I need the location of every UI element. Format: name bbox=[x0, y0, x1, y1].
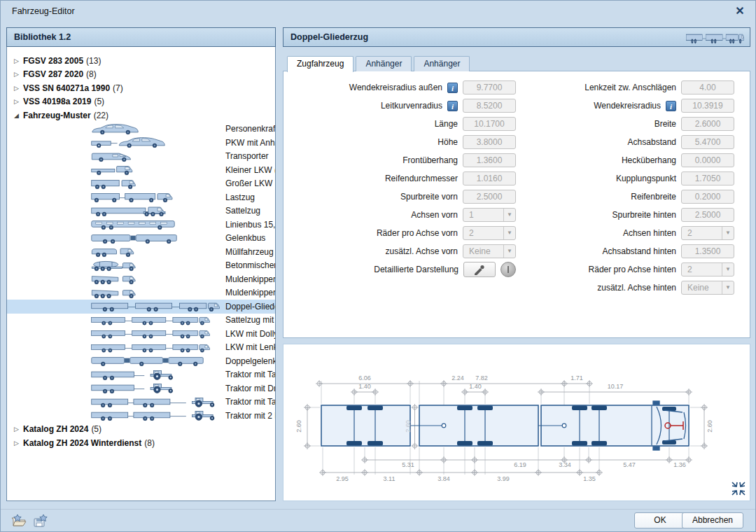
select-input[interactable]: 2 ▼ bbox=[463, 226, 516, 240]
tree-row[interactable]: ▷ FGSV 283 2005 (13) bbox=[7, 54, 275, 68]
tree-row[interactable]: Müllfahrzeug 3-achsig bbox=[7, 245, 275, 259]
tree-expander-icon[interactable]: ▷ bbox=[14, 98, 23, 105]
tree-row[interactable]: LKW mit Lenk-Dolly und Sattelauflieger bbox=[7, 341, 275, 355]
tree-row[interactable]: Muldenkipper 10X4/6 bbox=[7, 286, 275, 300]
vehicle-form: Wendekreisradius außen i 9.7700 Leitkurv… bbox=[283, 71, 750, 338]
tree-row[interactable]: Kleiner LKW (2-achsig) bbox=[7, 163, 275, 177]
dimension-label: 2.60 bbox=[405, 420, 412, 433]
vehicle-icon-cell bbox=[80, 273, 220, 285]
tree-row[interactable]: ▷ VSS 40198a 2019 (5) bbox=[7, 95, 275, 109]
info-icon[interactable]: i bbox=[666, 101, 676, 111]
number-input[interactable]: 1.0160 bbox=[463, 172, 516, 186]
tree-row[interactable]: ▷ VSS SN 640271a 1990 (7) bbox=[7, 81, 275, 95]
vehicle-icon-cell bbox=[80, 314, 220, 326]
form-row: Spurbreite vorn 2.5000 bbox=[288, 188, 516, 206]
chevron-down-icon: ▼ bbox=[722, 281, 734, 294]
dimension-label: 1.36 bbox=[673, 461, 686, 468]
field-label: Detaillierte Darstellung bbox=[374, 265, 458, 274]
vehicle-icon bbox=[90, 164, 138, 176]
tree-expander-icon[interactable]: ▷ bbox=[14, 426, 23, 433]
select-input[interactable]: Keine ▼ bbox=[463, 244, 516, 258]
tree-expander-icon[interactable]: ▷ bbox=[14, 440, 23, 447]
number-input[interactable]: 3.8000 bbox=[463, 135, 516, 149]
number-input[interactable]: 2.6000 bbox=[681, 117, 734, 131]
tab[interactable]: Anhänger bbox=[356, 56, 412, 71]
tree-item-label: Kleiner LKW (2-achsig) bbox=[225, 165, 276, 175]
info-icon[interactable]: i bbox=[447, 101, 458, 111]
tree-row[interactable]: Doppelgelenkbus bbox=[7, 354, 275, 368]
tree-row[interactable]: Traktor mit 2 Drehgelenk-Anhängern bbox=[7, 409, 275, 423]
fit-view-icon[interactable] bbox=[732, 482, 745, 495]
dimension-label: 1.40 bbox=[469, 383, 482, 390]
tree-row[interactable]: Sattelzug mit Anhänger bbox=[7, 314, 275, 328]
tree-expander-icon[interactable]: ▷ bbox=[14, 85, 23, 92]
select-input[interactable]: 2 ▼ bbox=[681, 226, 734, 240]
save-favorites-button[interactable] bbox=[33, 514, 48, 528]
number-input[interactable]: 8.5200 bbox=[463, 99, 516, 113]
tree-item-label: Doppel-Gliederzug bbox=[225, 302, 276, 312]
select-input[interactable]: 1 ▼ bbox=[463, 208, 516, 222]
select-input[interactable]: 2 ▼ bbox=[681, 262, 734, 276]
number-input[interactable]: 0.0000 bbox=[681, 153, 734, 167]
tree-row[interactable]: Traktor mit Tandem- und Drehgelenk-Anhän… bbox=[7, 396, 275, 410]
tree-row[interactable]: Doppel-Gliederzug bbox=[7, 300, 275, 314]
tree-item-label: Lastzug bbox=[225, 192, 255, 202]
number-input[interactable]: 10.1700 bbox=[463, 117, 516, 131]
info-icon[interactable]: i bbox=[447, 83, 458, 93]
number-input[interactable]: 1.3500 bbox=[681, 244, 734, 258]
select-value: 2 bbox=[463, 227, 503, 239]
tree-row[interactable]: Gelenkbus bbox=[7, 232, 275, 246]
number-input[interactable]: 5.4700 bbox=[681, 135, 734, 149]
tree-row[interactable]: ▷ Katalog ZH 2024 (5) bbox=[7, 423, 275, 437]
detail-style-button[interactable] bbox=[500, 262, 516, 277]
editor-tabs: Zugfahrzeug Anhänger Anhänger bbox=[287, 56, 472, 72]
tree-row[interactable]: Linienbus 15,00 m bbox=[7, 218, 275, 232]
tree-row[interactable]: Lastzug bbox=[7, 190, 275, 204]
number-input[interactable]: 9.7700 bbox=[463, 80, 516, 94]
vehicle-icon-cell bbox=[80, 232, 220, 244]
number-input[interactable]: 1.3600 bbox=[463, 153, 516, 167]
tree-item-label: Muldenkipper 8X4/4 bbox=[225, 274, 276, 284]
form-row: Leitkurvenradius i 8.5200 bbox=[288, 97, 516, 115]
tree-row[interactable]: PKW mit Anhänger bbox=[7, 136, 275, 150]
tree-item-label: Großer LKW (3-achsig) bbox=[225, 178, 276, 188]
form-row: Räder pro Achse hinten 2 ▼ bbox=[516, 260, 734, 279]
tree-row[interactable]: ▷ Katalog ZH 2024 Winterdienst (8) bbox=[7, 436, 275, 450]
number-input[interactable]: 2.5000 bbox=[681, 208, 734, 222]
ok-button[interactable]: OK bbox=[634, 512, 686, 528]
number-input[interactable]: 1.7050 bbox=[681, 172, 734, 186]
tree-row[interactable]: Muldenkipper 8X4/4 bbox=[7, 272, 275, 286]
vehicle-icon bbox=[90, 410, 220, 421]
number-input[interactable]: 0.2000 bbox=[681, 190, 734, 204]
number-input[interactable]: 10.3919 bbox=[681, 99, 734, 113]
tree-row[interactable]: LKW mit Dolly und Sattelauflieger bbox=[7, 327, 275, 341]
pipette-button[interactable] bbox=[463, 262, 496, 277]
tree-item-label: PKW mit Anhänger bbox=[225, 138, 276, 148]
vehicle-icon bbox=[90, 205, 169, 217]
tree-expander-icon[interactable]: ◢ bbox=[14, 112, 23, 119]
select-input[interactable]: Keine ▼ bbox=[681, 281, 734, 295]
tree-row[interactable]: Großer LKW (3-achsig) bbox=[7, 177, 275, 191]
number-input[interactable]: 4.00 bbox=[681, 80, 734, 94]
tree-row[interactable]: Personenkraftwagen bbox=[7, 122, 275, 136]
field-label: Achsabstand hinten bbox=[603, 246, 676, 256]
tab[interactable]: Anhänger bbox=[414, 56, 470, 71]
tree-group-count: (5) bbox=[91, 424, 102, 434]
tree-row[interactable]: Transporter bbox=[7, 150, 275, 164]
form-row: zusätzl. Achse vorn Keine ▼ bbox=[288, 242, 516, 260]
tab[interactable]: Zugfahrzeug bbox=[287, 56, 354, 72]
cancel-button[interactable]: Abbrechen bbox=[682, 512, 743, 528]
tree-row[interactable]: Traktor mit Drehgelenk-Anhänger bbox=[7, 382, 275, 396]
number-input[interactable]: 2.5000 bbox=[463, 190, 516, 204]
vehicle-icon bbox=[90, 300, 220, 312]
tree-expander-icon[interactable]: ▷ bbox=[14, 57, 23, 64]
tree-item-label: Gelenkbus bbox=[225, 233, 265, 243]
tree-row[interactable]: Betonmischer 10X4/6 bbox=[7, 259, 275, 273]
open-favorites-button[interactable] bbox=[12, 514, 27, 528]
tree-row[interactable]: ▷ FGSV 287 2020 (8) bbox=[7, 68, 275, 82]
tree-row[interactable]: Sattelzug bbox=[7, 204, 275, 218]
tree-expander-icon[interactable]: ▷ bbox=[14, 71, 23, 78]
close-icon[interactable]: ✕ bbox=[733, 4, 747, 18]
tree-row[interactable]: Traktor mit Tandem-Anhänger bbox=[7, 368, 275, 382]
tree-row[interactable]: ◢ Fahrzeug-Muster (22) bbox=[7, 108, 275, 122]
